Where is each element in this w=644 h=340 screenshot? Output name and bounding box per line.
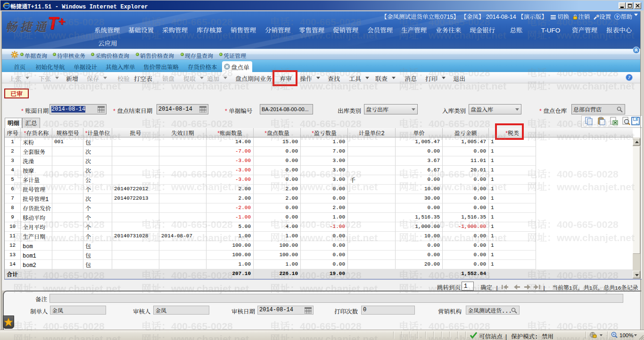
- svg-text:?: ?: [628, 74, 631, 80]
- svg-text:?: ?: [616, 14, 619, 19]
